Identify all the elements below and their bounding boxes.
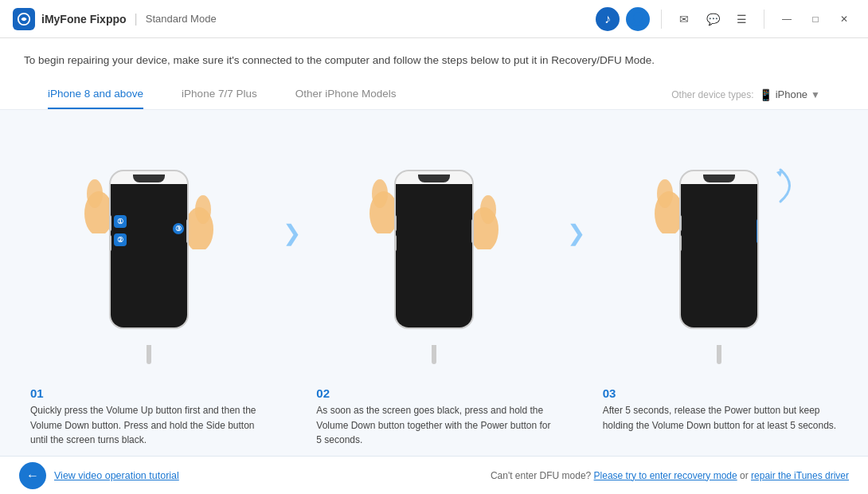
title-divider: |: [135, 12, 138, 26]
tab-iphone7[interactable]: iPhone 7/7 Plus: [182, 80, 257, 109]
or-text: or: [740, 470, 751, 481]
desc-spacer-1: [272, 386, 310, 448]
user-icon-btn[interactable]: 👤: [626, 7, 650, 31]
tab-bar: iPhone 8 and above iPhone 7/7 Plus Other…: [24, 80, 844, 109]
step-2-desc: 02 As soon as the screen goes black, pre…: [310, 386, 557, 448]
step-2-text: As soon as the screen goes black, press …: [316, 403, 551, 448]
step-1-text: Quickly press the Volume Up button first…: [30, 403, 265, 448]
desc-spacer-2: [558, 386, 596, 448]
curved-arrow-3: [776, 166, 805, 206]
minimize-btn[interactable]: —: [776, 8, 798, 30]
step-3-block: [593, 154, 844, 345]
hand-right-1: [187, 186, 227, 249]
device-name: iPhone: [776, 88, 807, 100]
step-3-desc: 03 After 5 seconds, release the Power bu…: [596, 386, 844, 448]
svg-point-8: [480, 195, 496, 224]
phone-3: [679, 170, 759, 329]
maximize-btn[interactable]: □: [804, 8, 827, 30]
music-icon-btn[interactable]: ♪: [596, 7, 620, 31]
hint-label: Can't enter DFU mode?: [491, 470, 591, 481]
footer: ← View video operation tutorial Can't en…: [0, 456, 868, 494]
svg-point-4: [195, 195, 211, 224]
steps-area: ① ② ③ ❯: [0, 110, 868, 456]
mail-btn[interactable]: ✉: [673, 8, 695, 30]
step-3-num: 03: [603, 386, 838, 400]
vol-up-btn-2: [394, 215, 397, 231]
phone-notch-2: [418, 174, 450, 182]
other-device-label: Other device types:: [671, 89, 753, 100]
itunes-driver-link[interactable]: repair the iTunes driver: [751, 470, 849, 481]
power-btn-3: [757, 219, 759, 243]
arrow-2: ❯: [567, 220, 585, 246]
menu-btn[interactable]: ☰: [730, 8, 753, 30]
icon-separator: [661, 10, 662, 29]
hand-left-2: [356, 170, 396, 233]
step-1-block: ① ② ③: [24, 154, 275, 345]
titlebar-icons: ♪ 👤 ✉ 💬 ☰ — □ ✕: [596, 7, 855, 31]
dropdown-arrow: ▼: [811, 89, 820, 100]
step-1-desc: 01 Quickly press the Volume Up button fi…: [24, 386, 272, 448]
step-3-text: After 5 seconds, release the Power butto…: [603, 403, 838, 433]
svg-marker-11: [776, 170, 783, 177]
titlebar: iMyFone Fixppo | Standard Mode ♪ 👤 ✉ 💬 ☰…: [0, 0, 868, 38]
svg-point-2: [87, 179, 103, 208]
icon-separator2: [764, 10, 764, 29]
phone-cable-2: [432, 345, 436, 364]
phone-cable-3: [717, 345, 721, 364]
vol-down-btn-2: [394, 235, 397, 251]
btn-indicator-2: ②: [114, 233, 127, 246]
video-tutorial-link[interactable]: View video operation tutorial: [54, 470, 179, 481]
vol-down-btn-3: [679, 235, 682, 251]
step-2-num: 02: [316, 386, 551, 400]
btn-indicator-side: ③: [173, 223, 184, 234]
phone-icon: 📱: [759, 88, 772, 101]
step-2-phone: [370, 154, 498, 345]
close-btn[interactable]: ✕: [833, 8, 855, 30]
phone-1: ① ② ③: [109, 170, 189, 329]
power-btn-2: [471, 219, 474, 243]
hand-left-3: [641, 170, 681, 233]
main-content: To begin repairing your device, make sur…: [0, 38, 868, 494]
phone-screen-1: [111, 184, 187, 327]
device-dropdown[interactable]: 📱 iPhone ▼: [759, 88, 820, 101]
vol-down-btn: [109, 235, 111, 251]
hand-left-1: [71, 170, 111, 233]
mode-label: Standard Mode: [146, 13, 217, 25]
steps-images: ① ② ③ ❯: [24, 118, 844, 380]
arrow-1: ❯: [283, 220, 301, 246]
vol-up-btn: [109, 215, 111, 231]
step-3-phone: [655, 154, 783, 345]
dfu-hint-text: Can't enter DFU mode? Please try to ente…: [491, 470, 849, 481]
svg-point-10: [657, 179, 673, 208]
phone-notch-1: [133, 174, 165, 182]
power-btn: [186, 219, 189, 243]
phone-notch-3: [703, 174, 735, 182]
step-1-num: 01: [30, 386, 265, 400]
phone-screen-3: [681, 184, 757, 327]
app-logo: [13, 8, 35, 30]
back-button[interactable]: ←: [19, 462, 46, 489]
recovery-mode-link[interactable]: Please try to enter recovery mode: [594, 470, 737, 481]
vol-up-btn-3: [679, 215, 682, 231]
svg-point-6: [372, 179, 388, 208]
chat-btn[interactable]: 💬: [702, 8, 724, 30]
steps-descriptions: 01 Quickly press the Volume Up button fi…: [24, 380, 844, 456]
tab-other[interactable]: Other iPhone Models: [295, 80, 397, 109]
instruction-area: To begin repairing your device, make sur…: [0, 38, 868, 110]
step-2-block: [309, 154, 560, 345]
other-device-selector[interactable]: Other device types: 📱 iPhone ▼: [671, 88, 820, 101]
hand-right-2: [472, 186, 512, 249]
phone-cable-1: [147, 345, 151, 364]
btn-indicator-1: ①: [114, 215, 127, 228]
instruction-text: To begin repairing your device, make sur…: [24, 53, 844, 69]
tab-iphone8[interactable]: iPhone 8 and above: [48, 80, 143, 109]
phone-2: [394, 170, 474, 329]
app-name: iMyFone Fixppo: [41, 13, 127, 25]
phone-screen-2: [396, 184, 472, 327]
step-1-phone: ① ② ③: [85, 154, 213, 345]
